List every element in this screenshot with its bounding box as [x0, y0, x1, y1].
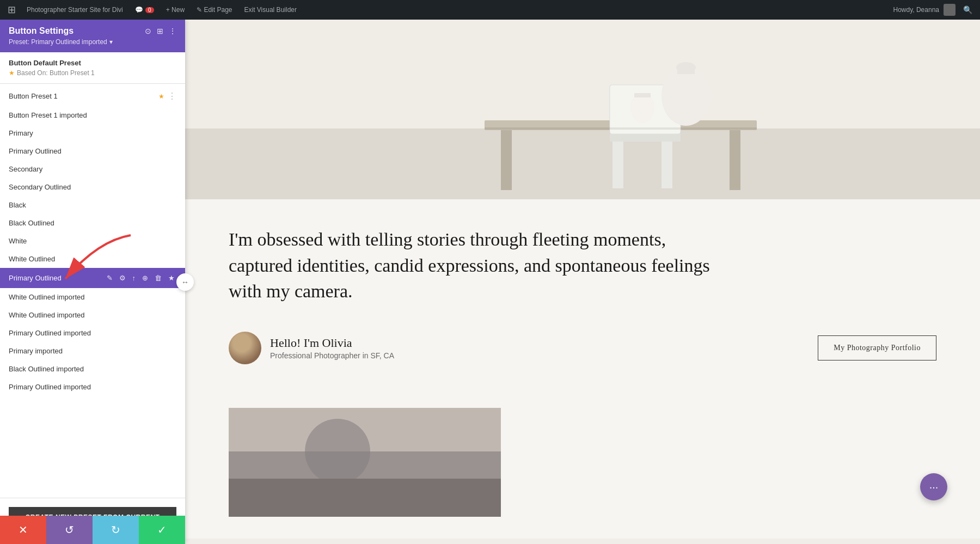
preset-duplicate-btn[interactable]: ⊕: [140, 273, 150, 283]
preset-item-label: Black Outlined: [9, 219, 54, 227]
bottom-toolbar: ✕ ↺ ↻ ✓: [0, 516, 185, 544]
preset-more-icon[interactable]: ⋮: [168, 91, 176, 101]
content-section: I'm obsessed with telling stories throug…: [185, 199, 980, 408]
preset-actions: ✎ ⚙ ↑ ⊕ 🗑 ★: [105, 273, 177, 283]
fab-button[interactable]: ···: [920, 473, 947, 500]
author-title: Professional Photographer in SF, CA: [270, 351, 394, 360]
right-content: I'm obsessed with telling stories throug…: [185, 20, 980, 544]
list-item[interactable]: Primary Outlined imported: [0, 324, 185, 342]
list-item[interactable]: Black Outlined: [0, 214, 185, 232]
panel-icon-2[interactable]: ⊞: [157, 27, 163, 35]
preset-edit-btn[interactable]: ✎: [105, 273, 114, 283]
panel-title-row: Button Settings ⊙ ⊞ ⋮: [9, 26, 176, 36]
preset-list[interactable]: Button Preset 1 ★ ⋮ Button Preset 1 impo…: [0, 84, 185, 498]
author-name: Hello! I'm Olivia: [270, 336, 394, 350]
preset-item-label: Primary Outlined: [9, 147, 62, 155]
confirm-button[interactable]: ✓: [139, 516, 185, 544]
comments-link[interactable]: 💬 0: [131, 4, 158, 16]
list-item[interactable]: White Outlined imported: [0, 306, 185, 324]
panel-icon-1[interactable]: ⊙: [145, 27, 151, 35]
active-preset-item[interactable]: Primary Outlined ✎ ⚙ ↑ ⊕ 🗑 ★: [0, 268, 185, 288]
preset-item-label: White Outlined imported: [9, 311, 84, 319]
new-link[interactable]: + New: [162, 4, 189, 16]
left-panel: Button Settings ⊙ ⊞ ⋮ Preset: Primary Ou…: [0, 20, 185, 544]
panel-subtitle[interactable]: Preset: Primary Outlined imported ▾: [9, 38, 176, 46]
site-name[interactable]: Photographer Starter Site for Divi: [22, 4, 127, 16]
admin-bar: ⊞ Photographer Starter Site for Divi 💬 0…: [0, 0, 980, 20]
preset-star-btn[interactable]: ★: [167, 273, 176, 283]
close-icon: ✕: [19, 523, 28, 536]
list-item[interactable]: Black: [0, 196, 185, 214]
svg-rect-13: [677, 68, 695, 74]
svg-rect-5: [501, 130, 512, 190]
list-item[interactable]: Secondary Outlined: [0, 178, 185, 196]
close-button[interactable]: ✕: [0, 516, 46, 544]
author-text: Hello! I'm Olivia Professional Photograp…: [270, 336, 394, 360]
wp-logo[interactable]: ⊞: [4, 2, 19, 18]
portfolio-button[interactable]: My Photography Portfolio: [818, 335, 936, 360]
preset-item-label: Secondary: [9, 165, 42, 173]
based-on-text: Based On: Button Preset 1: [17, 69, 95, 77]
main-layout: Button Settings ⊙ ⊞ ⋮ Preset: Primary Ou…: [0, 20, 980, 544]
edit-page-link[interactable]: ✎ Edit Page: [192, 4, 236, 16]
hero-image: [185, 20, 980, 199]
admin-bar-left: ⊞ Photographer Starter Site for Divi 💬 0…: [4, 2, 891, 18]
preset-item-label: Primary: [9, 129, 33, 137]
preset-item-label: Black: [9, 201, 26, 209]
preset-item-label: Primary imported: [9, 347, 63, 355]
bottom-image-svg: [229, 408, 501, 517]
svg-rect-20: [229, 479, 501, 517]
default-preset-title: Button Default Preset: [9, 59, 176, 67]
list-item[interactable]: Button Preset 1 ★ ⋮: [0, 86, 185, 106]
list-item[interactable]: White: [0, 232, 185, 250]
list-item[interactable]: Black Outlined imported: [0, 360, 185, 378]
list-item[interactable]: Primary Outlined: [0, 142, 185, 160]
user-avatar[interactable]: [944, 4, 955, 16]
preset-delete-btn[interactable]: 🗑: [153, 273, 163, 283]
resize-handle[interactable]: ↔: [176, 273, 194, 291]
bottom-image: [229, 408, 501, 517]
fab-icon: ···: [929, 481, 939, 493]
preset-item-label: White Outlined imported: [9, 293, 84, 301]
svg-rect-3: [185, 129, 980, 199]
quote-text: I'm obsessed with telling stories throug…: [229, 227, 719, 304]
preset-export-btn[interactable]: ↑: [131, 273, 138, 283]
preset-item-label: Primary Outlined imported: [9, 329, 91, 337]
list-item[interactable]: Primary: [0, 124, 185, 142]
list-item[interactable]: White Outlined imported: [0, 288, 185, 306]
list-item[interactable]: Primary Outlined imported: [0, 378, 185, 396]
howdy-text: Howdy, Deanna: [893, 6, 940, 14]
preset-item-label: Black Outlined imported: [9, 365, 84, 373]
list-item[interactable]: White Outlined: [0, 250, 185, 268]
subtitle-arrow-icon: ▾: [109, 38, 113, 46]
exit-builder-link[interactable]: Exit Visual Builder: [240, 4, 301, 16]
author-avatar: [229, 332, 261, 364]
search-icon[interactable]: 🔍: [960, 3, 976, 16]
svg-rect-15: [634, 93, 651, 97]
preset-item-label: Button Preset 1: [9, 92, 58, 100]
admin-bar-right: Howdy, Deanna 🔍: [893, 3, 976, 16]
author-info: Hello! I'm Olivia Professional Photograp…: [229, 332, 394, 364]
undo-icon: ↺: [65, 523, 74, 536]
author-row: Hello! I'm Olivia Professional Photograp…: [229, 332, 936, 364]
list-item[interactable]: Button Preset 1 imported: [0, 106, 185, 124]
based-on-star-icon: ★: [9, 69, 15, 77]
list-item[interactable]: Primary imported: [0, 342, 185, 360]
svg-point-11: [661, 66, 710, 126]
preset-label: Preset: Primary Outlined imported: [9, 38, 107, 46]
preset-item-right: ★ ⋮: [158, 91, 176, 101]
svg-rect-6: [730, 130, 740, 190]
panel-title: Button Settings: [9, 26, 74, 36]
svg-rect-10: [610, 134, 681, 142]
preset-settings-btn[interactable]: ⚙: [118, 273, 127, 283]
preset-item-label: Secondary Outlined: [9, 183, 71, 191]
undo-button[interactable]: ↺: [46, 516, 93, 544]
preset-item-label: Button Preset 1 imported: [9, 111, 87, 119]
svg-point-19: [305, 419, 370, 484]
list-item[interactable]: Secondary: [0, 160, 185, 178]
svg-rect-16: [485, 127, 757, 130]
panel-more-icon[interactable]: ⋮: [169, 27, 176, 35]
default-preset-section: Button Default Preset ★ Based On: Button…: [0, 52, 185, 84]
default-preset-based: ★ Based On: Button Preset 1: [9, 69, 176, 77]
redo-button[interactable]: ↻: [93, 516, 139, 544]
